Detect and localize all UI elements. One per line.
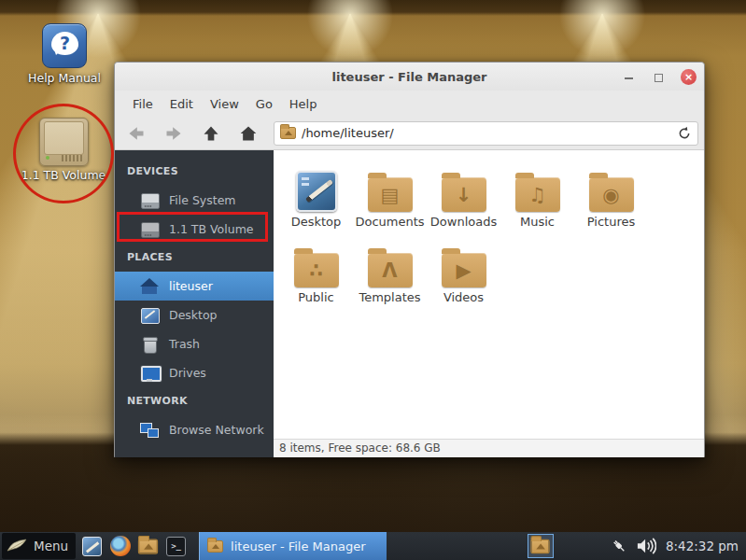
sidebar: DEVICES File System 1.1 TB Volume PLACES… [115,150,274,457]
forward-button[interactable] [162,121,186,146]
sidebar-item-drives[interactable]: Drives [115,358,274,387]
path-text[interactable]: /home/liteuser/ [302,126,671,140]
sidebar-item-browse-network[interactable]: Browse Network [115,415,274,444]
sidebar-item-label: Browse Network [169,423,264,437]
folder-grid: Desktop ▤ Documents ↓ Downloads [274,150,704,439]
folder-videos[interactable]: ▶ Videos [427,243,500,318]
sidebar-item-label: liteuser [169,279,213,293]
public-folder-icon: ∴ [294,253,339,287]
maximize-button[interactable] [652,70,665,83]
download-arrow-icon: ↓ [442,177,486,212]
film-camera-icon: ▶ [442,253,486,287]
launcher-desktop-settings[interactable] [80,535,104,558]
music-note-icon: ♫ [515,177,560,212]
downloads-folder-icon: ↓ [442,177,486,212]
launcher-firefox[interactable] [108,535,132,558]
tray-file-manager-icon[interactable] [528,534,554,558]
compass-icon: Λ [368,253,413,287]
templates-folder-icon: Λ [368,253,413,287]
close-button[interactable]: × [681,69,697,85]
desktop-icon-label: 1.1 TB Volume [12,168,115,182]
sidebar-item-label: Trash [169,337,200,351]
window-title: liteuser - File Manager [115,70,704,84]
sidebar-header-network: NETWORK [115,387,274,415]
folder-documents[interactable]: ▤ Documents [353,167,427,243]
folder-public[interactable]: ∴ Public [279,243,353,318]
sidebar-item-file-system[interactable]: File System [115,186,274,215]
folder-label: Desktop [291,215,342,229]
document-icon: ▤ [368,177,413,212]
sidebar-item-desktop[interactable]: Desktop [115,301,274,329]
desktop: ? Help Manual 1.1 TB Volume liteuser - F… [0,0,746,560]
taskbar: Menu >_ liteuser - File Manager [0,532,746,560]
home-icon [239,124,258,143]
sidebar-header-devices: DEVICES [115,158,274,186]
menubar: File Edit View Go Help [115,91,704,117]
drive-vents [62,155,82,161]
videos-folder-icon: ▶ [442,253,486,287]
desktop-screen-icon [296,171,337,212]
hard-drive-icon [39,118,89,166]
folder-label: Videos [443,290,484,304]
titlebar[interactable]: liteuser - File Manager × [115,63,704,91]
sidebar-item-volume[interactable]: 1.1 TB Volume [115,215,274,244]
drive-led [46,156,49,160]
desktop-icon-label: Help Manual [13,71,116,85]
menu-edit[interactable]: Edit [162,97,202,111]
drive-icon [140,192,159,209]
sidebar-item-trash[interactable]: Trash [115,329,274,358]
minimize-button[interactable] [623,70,636,83]
volume-icon[interactable] [636,537,656,555]
up-arrow-icon [202,124,220,143]
question-bubble-icon: ? [51,32,78,55]
folder-label: Music [520,215,555,229]
launcher-terminal[interactable]: >_ [164,535,188,558]
clock[interactable]: 8:42:32 pm [666,539,739,553]
sidebar-item-label: Drives [169,366,206,380]
main-pane: Desktop ▤ Documents ↓ Downloads [274,150,704,457]
menu-button-label: Menu [34,539,68,553]
documents-folder-icon: ▤ [368,177,413,212]
pictures-folder-icon: ◉ [589,177,634,212]
back-button[interactable] [124,121,148,146]
status-bar: 8 items, Free space: 68.6 GB [274,439,704,457]
launcher-file-manager[interactable] [136,535,160,558]
menu-button[interactable]: Menu [2,533,76,559]
menu-view[interactable]: View [202,97,247,111]
terminal-icon: >_ [166,537,186,556]
path-bar[interactable]: /home/liteuser/ [274,121,698,146]
toolbar: /home/liteuser/ [115,117,704,150]
task-button-file-manager[interactable]: liteuser - File Manager [199,532,387,560]
sidebar-item-liteuser[interactable]: liteuser [115,272,274,301]
music-folder-icon: ♫ [515,177,560,212]
file-manager-window: liteuser - File Manager × File Edit View… [114,62,705,457]
desktop-screen-icon [82,537,102,556]
folder-pictures[interactable]: ◉ Pictures [574,167,648,243]
folder-icon [138,539,158,553]
trash-icon [140,336,159,353]
help-manual-icon: ? [42,23,87,68]
home-button[interactable] [236,121,260,146]
power-plug-icon[interactable] [610,537,628,555]
folder-desktop[interactable]: Desktop [279,167,353,243]
folder-label: Downloads [430,215,497,229]
menu-help[interactable]: Help [281,97,326,111]
drive-face [44,121,84,155]
up-button[interactable] [199,121,223,146]
window-controls: × [623,63,697,91]
folder-music[interactable]: ♫ Music [500,167,574,243]
task-button-label: liteuser - File Manager [231,539,366,553]
share-icon: ∴ [294,253,339,287]
menu-file[interactable]: File [124,97,162,111]
back-icon [127,124,146,143]
folder-downloads[interactable]: ↓ Downloads [427,167,500,243]
folder-icon [531,539,550,553]
menu-go[interactable]: Go [247,97,281,111]
reload-icon[interactable] [677,126,692,141]
folder-templates[interactable]: Λ Templates [353,243,427,318]
folder-label: Templates [359,290,420,304]
monitor-icon [140,365,159,382]
folder-icon [207,540,223,553]
linux-lite-feather-icon [6,538,28,554]
folder-icon [280,127,296,139]
